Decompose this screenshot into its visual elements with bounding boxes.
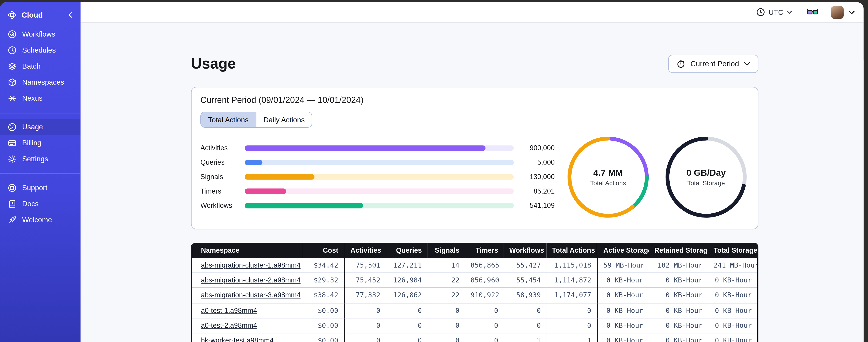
cell-activities: 0 xyxy=(344,303,386,318)
sidebar-item-workflows[interactable]: Workflows xyxy=(0,26,80,42)
cell-timers: 0 xyxy=(465,333,504,342)
usage-bars-chart: Activities900,000Queries5,000Signals130,… xyxy=(200,141,555,213)
cell-activities: 75,452 xyxy=(344,273,386,288)
table-row: a0-test-2.a98mm4$0.000000000 KB-Hour0 KB… xyxy=(192,318,757,333)
user-avatar[interactable] xyxy=(831,6,844,19)
donut-center: 4.7 MM Total Actions xyxy=(567,136,649,217)
cell-retained_storage: 0 KB-Hour xyxy=(649,333,708,342)
period-selector-button[interactable]: Current Period xyxy=(668,55,758,73)
cell-cost: $0.00 xyxy=(303,318,344,333)
sidebar-item-namespaces[interactable]: Namespaces xyxy=(0,74,80,90)
feedback-glasses-button[interactable] xyxy=(807,8,819,16)
bar-row: Activities900,000 xyxy=(200,141,555,156)
sidebar-item-support[interactable]: Support xyxy=(0,179,80,196)
cell-signals: 0 xyxy=(428,333,465,342)
billing-icon xyxy=(8,138,17,147)
table-row: abs-migration-cluster-1.a98mm4$34.4275,5… xyxy=(192,258,757,273)
tab-total-actions[interactable]: Total Actions xyxy=(201,112,256,127)
namespace-link[interactable]: a0-test-1.a98mm4 xyxy=(201,307,257,314)
cell-timers: 856,865 xyxy=(465,258,504,273)
cell-queries: 126,984 xyxy=(386,273,428,288)
cell-queries: 0 xyxy=(386,318,428,333)
sidebar-item-label: Billing xyxy=(22,139,41,147)
column-header-total_actions: Total Actions xyxy=(546,243,597,258)
main-column: UTC Usage xyxy=(81,2,864,342)
total-storage-donut: 0 GB/Day Total Storage xyxy=(665,136,747,217)
cell-signals: 14 xyxy=(428,258,465,273)
sidebar-item-settings[interactable]: Settings xyxy=(0,151,80,167)
bar-row: Workflows541,109 xyxy=(200,199,555,213)
stopwatch-icon xyxy=(677,59,685,68)
sidebar-collapse-icon[interactable] xyxy=(67,11,73,18)
bar-value: 85,201 xyxy=(518,187,555,195)
period-button-label: Current Period xyxy=(690,59,739,68)
chevron-down-icon xyxy=(848,10,855,14)
support-lifebuoy-icon xyxy=(8,183,17,192)
namespace-link[interactable]: abs-migration-cluster-1.a98mm4 xyxy=(201,262,301,269)
donut-charts: 4.7 MM Total Actions 0 GB/Day Total Stor… xyxy=(555,136,749,217)
clock-icon xyxy=(756,8,765,16)
cell-namespace: a0-test-2.a98mm4 xyxy=(192,318,303,333)
namespace-link[interactable]: bk-worker-test.a98mm4 xyxy=(201,337,274,342)
sidebar-item-label: Workflows xyxy=(22,30,55,38)
topbar: UTC xyxy=(81,2,864,23)
cell-namespace: abs-migration-cluster-3.a98mm4 xyxy=(192,288,303,303)
sidebar-item-batch[interactable]: Batch xyxy=(0,58,80,74)
account-menu-button[interactable] xyxy=(848,10,855,14)
timezone-dropdown[interactable]: UTC xyxy=(756,8,792,16)
cell-namespace: abs-migration-cluster-1.a98mm4 xyxy=(192,258,303,273)
chevron-down-icon xyxy=(744,62,750,65)
sidebar-item-docs[interactable]: Docs xyxy=(0,196,80,212)
donut-label: Total Actions xyxy=(590,179,626,186)
page-title: Usage xyxy=(191,55,236,72)
sidebar-brand: Cloud xyxy=(0,9,80,26)
cell-workflows: 1 xyxy=(504,333,547,342)
sidebar-item-billing[interactable]: Billing xyxy=(0,135,80,151)
column-header-cost: Cost xyxy=(303,243,344,258)
cell-retained_storage: 0 KB-Hour xyxy=(649,318,708,333)
sidebar: Cloud Workflows Schedules xyxy=(0,2,81,342)
bar-label: Queries xyxy=(200,159,240,166)
sidebar-item-label: Usage xyxy=(22,123,43,131)
sidebar-item-label: Settings xyxy=(22,155,48,163)
bar-fill xyxy=(245,174,315,180)
bar-label: Timers xyxy=(200,187,240,195)
cell-total_storage: 0 KB-Hour xyxy=(708,273,757,288)
bar-fill xyxy=(245,145,486,151)
donut-value: 4.7 MM xyxy=(593,168,623,178)
bar-fill xyxy=(245,189,286,194)
sidebar-item-label: Batch xyxy=(22,62,40,70)
cell-cost: $0.00 xyxy=(303,333,344,342)
title-row: Usage Current Period xyxy=(191,54,758,73)
cell-workflows: 55,454 xyxy=(504,273,547,288)
welcome-rocket-icon xyxy=(8,215,17,224)
column-header-workflows: Workflows xyxy=(504,243,547,258)
donut-value: 0 GB/Day xyxy=(686,168,726,178)
namespace-usage-table: NamespaceCostActivitiesQueriesSignalsTim… xyxy=(191,243,758,342)
tab-daily-actions[interactable]: Daily Actions xyxy=(256,112,312,127)
column-header-retained_storage: Retained Storage xyxy=(649,243,708,258)
namespace-link[interactable]: abs-migration-cluster-3.a98mm4 xyxy=(201,292,301,299)
cell-active_storage: 0 KB-Hour xyxy=(597,273,649,288)
cell-total_storage: 0 KB-Hour xyxy=(708,288,757,303)
bar-track xyxy=(245,160,514,165)
bar-value: 541,109 xyxy=(518,202,555,209)
table-header-row: NamespaceCostActivitiesQueriesSignalsTim… xyxy=(192,243,757,258)
cell-workflows: 55,427 xyxy=(504,258,547,273)
cell-namespace: abs-migration-cluster-2.a98mm4 xyxy=(192,273,303,288)
sidebar-item-schedules[interactable]: Schedules xyxy=(0,42,80,58)
cell-queries: 0 xyxy=(386,333,428,342)
timezone-label: UTC xyxy=(769,8,783,16)
usage-table: NamespaceCostActivitiesQueriesSignalsTim… xyxy=(192,243,757,342)
cell-signals: 0 xyxy=(428,303,465,318)
namespace-link[interactable]: a0-test-2.a98mm4 xyxy=(201,322,257,329)
cell-timers: 910,922 xyxy=(465,288,504,303)
sidebar-item-usage[interactable]: Usage xyxy=(0,119,80,135)
cell-cost: $29.32 xyxy=(303,273,344,288)
cell-timers: 0 xyxy=(465,303,504,318)
cell-workflows: 0 xyxy=(504,303,547,318)
sidebar-item-welcome[interactable]: Welcome xyxy=(0,212,80,228)
sidebar-item-nexus[interactable]: Nexus xyxy=(0,90,80,106)
namespace-link[interactable]: abs-migration-cluster-2.a98mm4 xyxy=(201,277,301,284)
sidebar-item-label: Nexus xyxy=(22,94,42,102)
